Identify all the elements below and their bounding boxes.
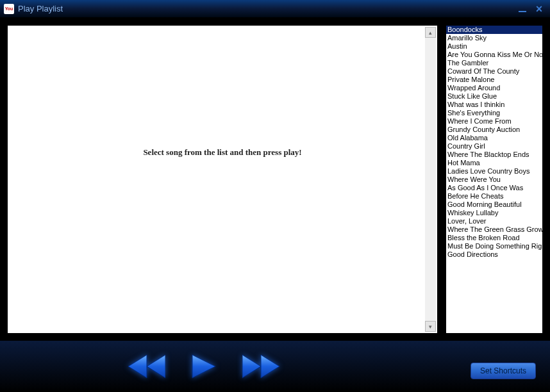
playlist-item[interactable]: Where The Blacktop Ends: [446, 151, 542, 159]
playlist-item[interactable]: Amarillo Sky: [446, 34, 542, 42]
playlist-item[interactable]: Are You Gonna Kiss Me Or Not: [446, 51, 542, 59]
titlebar: You Play Playlist ×: [0, 0, 550, 18]
next-button[interactable]: [242, 354, 279, 379]
play-button[interactable]: [191, 354, 217, 379]
minimize-button[interactable]: [515, 3, 529, 15]
playlist-item[interactable]: Before He Cheats: [446, 192, 542, 200]
video-panel: Select song from the list and then press…: [6, 24, 438, 334]
transport-controls: [128, 354, 279, 379]
playlist-item[interactable]: Hot Mama: [446, 159, 542, 167]
playlist-item[interactable]: Good Morning Beautiful: [446, 200, 542, 209]
svg-marker-1: [128, 355, 147, 378]
svg-marker-4: [261, 355, 279, 378]
playlist-item[interactable]: Where I Come From: [446, 117, 542, 126]
svg-marker-2: [192, 355, 215, 378]
playlist-item[interactable]: Grundy County Auction: [446, 126, 542, 134]
playlist-item[interactable]: Bless the Broken Road: [446, 234, 542, 242]
playlist-item[interactable]: Lover, Lover: [446, 217, 542, 225]
playlist-item[interactable]: Where Were You: [446, 176, 542, 184]
playlist-panel: BoondocksAmarillo SkyAustinAre You Gonna…: [445, 24, 544, 334]
close-button[interactable]: ×: [532, 3, 546, 15]
playlist-item[interactable]: Good Directions: [446, 250, 542, 259]
playlist-item[interactable]: Old Alabama: [446, 134, 542, 142]
playlist-item[interactable]: Private Malone: [446, 76, 542, 84]
prompt-message: Select song from the list and then press…: [143, 147, 301, 158]
titlebar-controls: ×: [515, 3, 546, 15]
playlist-item[interactable]: Boondocks: [446, 26, 542, 34]
svg-marker-3: [242, 355, 261, 378]
previous-button[interactable]: [128, 354, 165, 379]
playlist-item[interactable]: As Good As I Once Was: [446, 184, 542, 192]
playlist-item[interactable]: Coward Of The County: [446, 67, 542, 76]
svg-marker-0: [147, 355, 165, 378]
content-area: Select song from the list and then press…: [0, 18, 550, 341]
playlist-item[interactable]: Stuck Like Glue: [446, 92, 542, 101]
controls-bar: Set Shortcuts: [0, 341, 550, 392]
playlist-item[interactable]: The Gambler: [446, 59, 542, 67]
minimize-icon: [519, 11, 526, 12]
scroll-down-icon[interactable]: ▾: [425, 321, 436, 332]
playlist-item[interactable]: Must Be Doing Something Right: [446, 242, 542, 250]
window-title: Play Playlist: [18, 4, 515, 13]
playlist-item[interactable]: What was I thinkin: [446, 101, 542, 109]
playlist-item[interactable]: Austin: [446, 42, 542, 51]
video-scrollbar[interactable]: ▴ ▾: [425, 27, 436, 332]
playlist-item[interactable]: She's Everything: [446, 109, 542, 117]
playlist-item[interactable]: Country Girl: [446, 142, 542, 151]
app-icon: You: [4, 4, 14, 14]
set-shortcuts-button[interactable]: Set Shortcuts: [471, 363, 536, 379]
playlist-item[interactable]: Where The Green Grass Grows: [446, 225, 542, 234]
scroll-up-icon[interactable]: ▴: [425, 27, 436, 38]
playlist-item[interactable]: Whiskey Lullaby: [446, 209, 542, 217]
playlist-item[interactable]: Wrapped Around: [446, 84, 542, 92]
playlist-list[interactable]: BoondocksAmarillo SkyAustinAre You Gonna…: [446, 26, 542, 333]
close-icon: ×: [536, 3, 543, 15]
playlist-item[interactable]: Ladies Love Country Boys: [446, 167, 542, 176]
